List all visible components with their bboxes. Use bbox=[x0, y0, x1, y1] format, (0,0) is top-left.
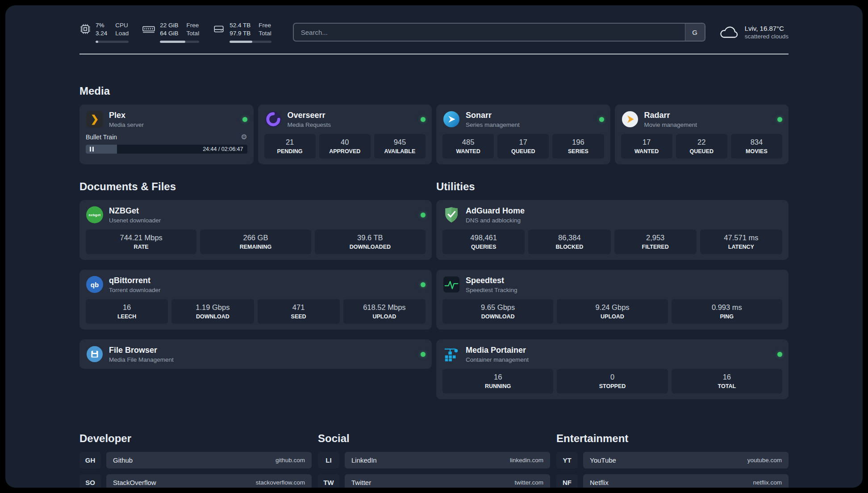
stat-label: SEED bbox=[259, 313, 338, 320]
search-input[interactable] bbox=[293, 23, 705, 42]
section-title-utilities: Utilities bbox=[436, 180, 789, 193]
card-sonarr[interactable]: Sonarr Series management 485 WANTED 17 Q… bbox=[436, 104, 610, 164]
disk-widget: 52.4 TB 97.9 TB Free Total bbox=[213, 21, 271, 43]
stat-value: 16 bbox=[673, 373, 780, 381]
bookmark-name: YouTube bbox=[590, 456, 616, 464]
stat-value: 266 GB bbox=[202, 234, 309, 242]
stat-value: 39.6 TB bbox=[317, 234, 424, 242]
card-subtitle: Media server bbox=[109, 121, 144, 128]
bookmark-name: Netflix bbox=[590, 479, 609, 486]
disk-progress-bar bbox=[230, 41, 271, 43]
card-overseerr[interactable]: Overseerr Media Requests 21 PENDING 40 A… bbox=[258, 104, 432, 164]
card-subtitle: DNS and adblocking bbox=[466, 217, 525, 224]
card-subtitle: Usenet downloader bbox=[109, 217, 161, 224]
search-engine-button[interactable]: G bbox=[685, 24, 705, 41]
card-nzbget[interactable]: nzbget NZBGet Usenet downloader 74 bbox=[79, 200, 432, 260]
cpu-load-label: Load bbox=[115, 29, 129, 38]
adguard-icon bbox=[443, 206, 459, 223]
card-plex[interactable]: ❯ Plex Media server Bullet Train ⚙ 24:44… bbox=[79, 104, 254, 164]
ram-progress-fill bbox=[160, 41, 185, 43]
stat-label: FILTERED bbox=[616, 244, 695, 250]
bookmark-link-youtube[interactable]: YouTube youtube.com bbox=[583, 452, 789, 468]
weather-condition: scattered clouds bbox=[745, 33, 789, 40]
cpu-progress-fill bbox=[96, 41, 98, 43]
speedtest-icon bbox=[443, 276, 460, 293]
stat-tile: 16 RUNNING bbox=[442, 369, 553, 393]
bookmark-link-stackoverflow[interactable]: StackOverflow stackoverflow.com bbox=[106, 474, 312, 488]
stat-tile: 266 GB REMAINING bbox=[200, 230, 311, 254]
stat-value: 1.19 Gbps bbox=[173, 303, 252, 312]
stat-value: 22 bbox=[678, 138, 726, 146]
card-subtitle: Container management bbox=[466, 356, 529, 363]
card-portainer[interactable]: Media Portainer Container management 16 … bbox=[436, 339, 789, 399]
stat-label: WANTED bbox=[444, 148, 492, 155]
stat-value: 945 bbox=[376, 138, 424, 146]
card-radarr[interactable]: Radarr Movie management 17 WANTED 22 QUE… bbox=[615, 104, 789, 164]
card-title: NZBGet bbox=[109, 206, 161, 216]
card-title: qBittorrent bbox=[109, 276, 161, 285]
card-adguard[interactable]: AdGuard Home DNS and adblocking 498,461 … bbox=[436, 200, 789, 260]
qbittorrent-icon: qb bbox=[86, 276, 103, 293]
stat-tile: 16 LEECH bbox=[86, 299, 168, 324]
status-dot bbox=[421, 352, 426, 357]
pause-icon[interactable] bbox=[90, 147, 94, 152]
stat-value: 196 bbox=[554, 138, 602, 146]
bookmark-link-github[interactable]: Github github.com bbox=[106, 452, 312, 468]
stat-label: QUERIES bbox=[444, 244, 523, 250]
bookmark-link-twitter[interactable]: Twitter twitter.com bbox=[345, 474, 550, 488]
stat-label: LATENCY bbox=[702, 244, 780, 250]
dashboard: 7% 3.24 CPU Load bbox=[5, 5, 863, 488]
stat-label: UPLOAD bbox=[345, 313, 424, 320]
gear-icon[interactable]: ⚙ bbox=[241, 134, 247, 141]
stat-tile: 2,953 FILTERED bbox=[614, 230, 697, 254]
player-progress[interactable]: 24:44 / 02:06:47 bbox=[86, 145, 247, 154]
status-dot bbox=[599, 117, 604, 122]
stat-tile: 744.21 Mbps RATE bbox=[86, 230, 196, 254]
bookmark-url: github.com bbox=[275, 457, 305, 464]
media-grid: ❯ Plex Media server Bullet Train ⚙ 24:44… bbox=[79, 104, 789, 164]
stat-value: 498,461 bbox=[444, 234, 523, 242]
disk-total-value: 97.9 TB bbox=[230, 29, 250, 38]
disk-free-value: 52.4 TB bbox=[230, 21, 250, 29]
stat-label: SERIES bbox=[554, 148, 602, 155]
card-title: AdGuard Home bbox=[466, 206, 525, 216]
card-qbittorrent[interactable]: qb qBittorrent Torrent downloader bbox=[79, 270, 432, 330]
stat-label: APPROVED bbox=[321, 148, 369, 155]
bookmark-row: SO StackOverflow stackoverflow.com bbox=[79, 474, 312, 488]
stat-label: UPLOAD bbox=[559, 313, 666, 320]
stat-value: 40 bbox=[321, 138, 369, 146]
screen: 7% 3.24 CPU Load bbox=[0, 0, 868, 493]
ram-free-value: 22 GiB bbox=[160, 21, 178, 29]
bookmark-link-netflix[interactable]: Netflix netflix.com bbox=[583, 474, 789, 488]
utilities-column: Utilities bbox=[436, 180, 789, 399]
section-title-media: Media bbox=[79, 85, 789, 97]
stat-value: 485 bbox=[444, 138, 492, 146]
bookmark-abbr: GH bbox=[79, 452, 101, 468]
bookmark-row: NF Netflix netflix.com bbox=[556, 474, 789, 488]
section-title-social: Social bbox=[318, 432, 550, 445]
stat-tile: 22 QUEUED bbox=[676, 134, 727, 159]
stat-label: AVAILABLE bbox=[376, 148, 424, 155]
bookmark-abbr: NF bbox=[556, 474, 578, 488]
stat-label: LEECH bbox=[88, 313, 166, 320]
stat-tile: 618.52 Mbps UPLOAD bbox=[343, 299, 426, 324]
bookmark-row: TW Twitter twitter.com bbox=[318, 474, 550, 488]
stat-label: PENDING bbox=[266, 148, 314, 155]
overseerr-icon bbox=[265, 111, 282, 128]
card-title: Plex bbox=[109, 111, 144, 120]
stat-label: REMAINING bbox=[202, 244, 309, 250]
card-title: File Browser bbox=[109, 346, 174, 355]
stat-tile: 1.19 Gbps DOWNLOAD bbox=[171, 299, 254, 324]
stat-label: PING bbox=[673, 313, 780, 320]
card-filebrowser[interactable]: File Browser Media File Management bbox=[79, 339, 432, 369]
now-playing-title: Bullet Train bbox=[86, 134, 117, 141]
card-speedtest[interactable]: Speedtest Speedtest Tracking 9.65 Gbps D… bbox=[436, 270, 789, 330]
bookmark-link-linkedin[interactable]: LinkedIn linkedin.com bbox=[345, 452, 550, 468]
stat-label: BLOCKED bbox=[530, 244, 609, 250]
cpu-icon bbox=[79, 23, 91, 35]
portainer-icon bbox=[443, 346, 460, 363]
disk-total-label: Total bbox=[259, 29, 271, 38]
stat-label: WANTED bbox=[623, 148, 671, 155]
ram-progress-bar bbox=[160, 41, 199, 43]
stat-value: 744.21 Mbps bbox=[88, 234, 195, 242]
